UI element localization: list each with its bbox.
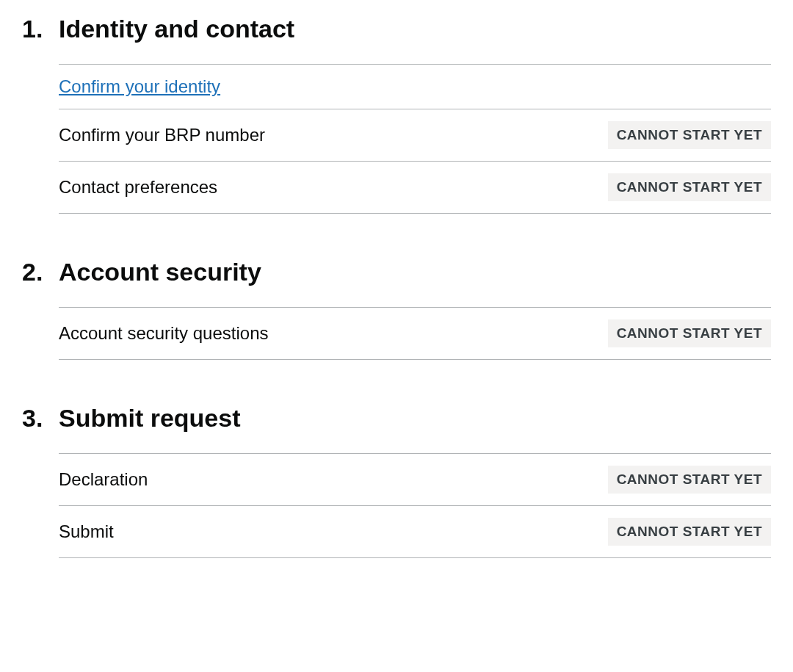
task-label: Declaration	[59, 469, 148, 490]
section-heading: 1. Identity and contact	[22, 15, 771, 43]
task-label: Submit	[59, 521, 114, 542]
task-item-submit: Submit CANNOT START YET	[59, 506, 771, 558]
section-title: Submit request	[59, 404, 240, 433]
task-items: Account security questions CANNOT START …	[59, 307, 771, 360]
section-number: 3.	[22, 404, 59, 433]
section-number: 1.	[22, 15, 59, 43]
task-section-account-security: 2. Account security Account security que…	[22, 258, 771, 360]
task-section-submit-request: 3. Submit request Declaration CANNOT STA…	[22, 404, 771, 558]
task-items: Declaration CANNOT START YET Submit CANN…	[59, 453, 771, 558]
task-link-confirm-identity[interactable]: Confirm your identity	[59, 76, 220, 97]
task-item-declaration: Declaration CANNOT START YET	[59, 454, 771, 506]
task-list: 1. Identity and contact Confirm your ide…	[22, 15, 771, 558]
section-heading: 2. Account security	[22, 258, 771, 286]
task-items: Confirm your identity Confirm your BRP n…	[59, 64, 771, 214]
section-number: 2.	[22, 258, 59, 286]
task-label: Account security questions	[59, 323, 268, 344]
task-label: Contact preferences	[59, 177, 217, 198]
task-section-identity-and-contact: 1. Identity and contact Confirm your ide…	[22, 15, 771, 214]
status-tag-cannot-start: CANNOT START YET	[608, 121, 771, 149]
status-tag-cannot-start: CANNOT START YET	[608, 173, 771, 201]
task-item-confirm-brp: Confirm your BRP number CANNOT START YET	[59, 109, 771, 162]
task-label: Confirm your BRP number	[59, 125, 265, 145]
status-tag-cannot-start: CANNOT START YET	[608, 518, 771, 546]
section-heading: 3. Submit request	[22, 404, 771, 433]
status-tag-cannot-start: CANNOT START YET	[608, 466, 771, 494]
task-item-contact-preferences: Contact preferences CANNOT START YET	[59, 162, 771, 214]
task-item-security-questions: Account security questions CANNOT START …	[59, 308, 771, 360]
section-title: Identity and contact	[59, 15, 294, 43]
task-item-confirm-identity: Confirm your identity	[59, 65, 771, 109]
section-title: Account security	[59, 258, 261, 286]
status-tag-cannot-start: CANNOT START YET	[608, 319, 771, 347]
